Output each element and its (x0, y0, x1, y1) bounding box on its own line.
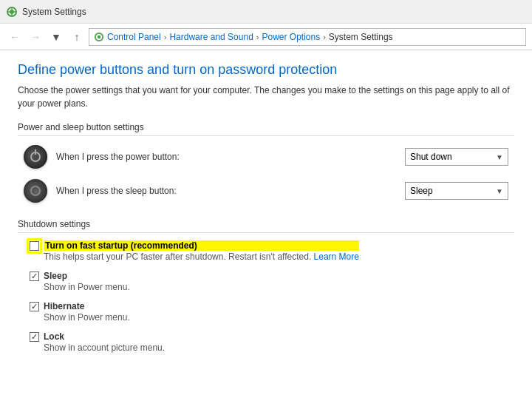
hibernate-checkbox[interactable]: ✓ (30, 302, 39, 311)
breadcrumb-system-settings: System Settings (329, 32, 393, 42)
title-bar: System Settings (0, 0, 532, 24)
content-area: Define power buttons and turn on passwor… (0, 50, 532, 398)
main-layout: Define power buttons and turn on passwor… (0, 50, 532, 398)
power-button-label: When I press the power button: (56, 152, 405, 162)
dropdown-arrow-button[interactable]: ▼ (47, 28, 65, 46)
fast-startup-checkbox[interactable] (30, 241, 39, 251)
sleep-button-dropdown[interactable]: Sleep ▼ (405, 182, 508, 200)
sleep-button-value: Sleep (410, 186, 433, 196)
sleep-dropdown-arrow-icon: ▼ (496, 187, 503, 195)
power-button-dropdown[interactable]: Shut down ▼ (405, 148, 508, 166)
fast-startup-checkbox-wrap: Turn on fast startup (recommended) This … (30, 240, 359, 262)
title-bar-text: System Settings (22, 7, 86, 17)
sleep-desc: Show in Power menu. (44, 282, 130, 292)
breadcrumb: Control Panel › Hardware and Sound › Pow… (89, 28, 526, 46)
shutdown-settings: Shutdown settings Turn on fast startup (… (18, 219, 514, 353)
hibernate-desc: Show in Power menu. (44, 312, 130, 323)
fast-startup-item: Turn on fast startup (recommended) This … (18, 240, 514, 262)
shutdown-section-header: Shutdown settings (18, 219, 514, 233)
svg-point-3 (98, 35, 100, 38)
back-button[interactable]: ← (6, 28, 24, 46)
forward-button[interactable]: → (27, 28, 44, 46)
lock-title: Lock (44, 331, 165, 342)
power-dropdown-arrow-icon: ▼ (496, 153, 503, 161)
sleep-button-row: When I press the sleep button: Sleep ▼ (18, 178, 514, 204)
power-section-header: Power and sleep button settings (18, 122, 514, 136)
fast-startup-desc: This helps start your PC faster after sh… (44, 252, 359, 262)
breadcrumb-control-panel[interactable]: Control Panel (107, 32, 161, 42)
breadcrumb-hardware-sound[interactable]: Hardware and Sound (169, 32, 253, 42)
power-icon (24, 145, 47, 169)
learn-more-link[interactable]: Learn More (314, 252, 359, 262)
power-button-value: Shut down (410, 152, 452, 162)
hibernate-title: Hibernate (44, 301, 130, 311)
up-button[interactable]: ↑ (68, 28, 86, 46)
sleep-checkbox[interactable]: ✓ (30, 271, 39, 281)
app-icon (6, 6, 18, 18)
lock-checkbox[interactable]: ✓ (30, 332, 39, 342)
address-bar: ← → ▼ ↑ Control Panel › Hardware and Sou… (0, 24, 532, 50)
page-desc: Choose the power settings that you want … (18, 84, 514, 110)
sleep-icon (24, 179, 47, 203)
power-button-row: When I press the power button: Shut down… (18, 144, 514, 170)
breadcrumb-power-options[interactable]: Power Options (262, 32, 320, 42)
lock-desc: Show in account picture menu. (44, 343, 165, 353)
power-button-settings: Power and sleep button settings When I p… (18, 122, 514, 204)
sleep-item: ✓ Sleep Show in Power menu. (18, 271, 514, 292)
fast-startup-title: Turn on fast startup (recommended) (44, 240, 359, 251)
svg-point-1 (10, 10, 14, 14)
page-title: Define power buttons and turn on passwor… (18, 62, 514, 78)
lock-item: ✓ Lock Show in account picture menu. (18, 331, 514, 353)
sleep-title: Sleep (44, 271, 130, 281)
sleep-button-label: When I press the sleep button: (56, 186, 405, 196)
hibernate-item: ✓ Hibernate Show in Power menu. (18, 301, 514, 323)
